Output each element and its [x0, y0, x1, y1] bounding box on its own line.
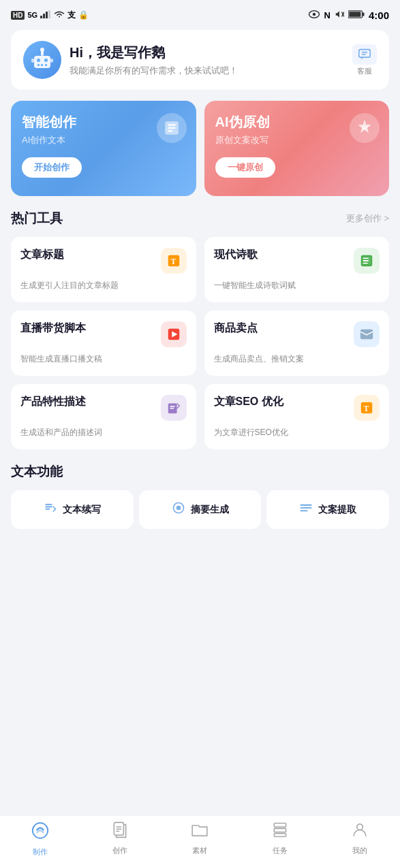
tool-seo-optimize-name: 文章SEO 优化 — [214, 395, 283, 409]
svg-rect-41 — [170, 408, 174, 408]
tool-article-title-name: 文章标题 — [20, 248, 64, 262]
svg-rect-11 — [34, 56, 50, 68]
main-content: Hi，我是写作鹅 我能满足你所有的写作需求，快来试试吧！ 客服 — [0, 30, 400, 600]
summary-item[interactable]: 摘要生成 — [139, 490, 262, 529]
customer-service-label: 客服 — [357, 66, 372, 76]
nav-profile-icon — [351, 821, 369, 843]
nav-material-label: 素材 — [192, 846, 207, 856]
hot-tools-header: 热门工具 更多创作 > — [11, 210, 389, 227]
battery-icon — [348, 10, 365, 20]
svg-rect-53 — [274, 823, 286, 826]
status-left-icons: HD 5G 支 🔒 — [11, 10, 89, 21]
tool-product-selling[interactable]: 商品卖点 生成商品卖点、推销文案 — [204, 310, 390, 376]
summary-label: 摘要生成 — [191, 504, 229, 516]
tool-article-title-icon: T — [161, 248, 187, 274]
tool-modern-poem-name: 现代诗歌 — [214, 248, 258, 262]
tool-seo-optimize-icon: T — [354, 395, 380, 421]
more-create-link[interactable]: 更多创作 > — [346, 212, 389, 225]
tool-product-desc[interactable]: 产品特性描述 生成适和产品的描述词 — [11, 384, 196, 449]
text-functions-title: 文本功能 — [11, 463, 63, 481]
nav-write-label: 创作 — [112, 846, 127, 856]
svg-rect-15 — [41, 64, 43, 66]
svg-rect-19 — [31, 59, 34, 63]
svg-rect-9 — [349, 12, 360, 17]
copywriting-item[interactable]: 文案提取 — [266, 490, 389, 529]
svg-rect-14 — [37, 64, 40, 66]
tool-modern-poem-icon — [354, 248, 380, 274]
tool-product-desc-icon — [161, 395, 187, 421]
svg-rect-40 — [170, 406, 174, 406]
text-func-items: 文本续写 摘要生成 — [11, 490, 389, 529]
nav-task-label: 任务 — [273, 846, 288, 856]
nav-write[interactable]: 创作 — [103, 821, 137, 857]
summary-icon — [172, 501, 185, 518]
tool-article-title[interactable]: 文章标题 T 生成更引人注目的文章标题 — [11, 237, 196, 302]
tool-modern-poem[interactable]: 现代诗歌 一键智能生成诗歌词赋 — [204, 237, 390, 302]
tool-seo-optimize[interactable]: 文章SEO 优化 T 为文章进行SEO优化 — [204, 384, 390, 449]
svg-rect-1 — [43, 14, 45, 18]
svg-rect-3 — [48, 10, 50, 18]
customer-service-button[interactable]: 客服 — [352, 44, 377, 76]
ai-original-icon: AI — [350, 113, 380, 143]
signal-5g: 5G — [27, 11, 37, 19]
svg-rect-35 — [369, 257, 371, 265]
svg-rect-54 — [274, 829, 286, 832]
svg-point-18 — [40, 48, 44, 52]
ai-original-button[interactable]: 一键原创 — [215, 157, 275, 178]
svg-rect-33 — [363, 260, 369, 261]
status-time: 4:00 — [369, 10, 389, 21]
tool-product-selling-name: 商品卖点 — [214, 321, 258, 336]
tool-modern-poem-desc: 一键智能生成诗歌词赋 — [214, 279, 380, 291]
nav-task[interactable]: 任务 — [263, 821, 297, 857]
nfc-icon: N — [324, 10, 330, 20]
svg-rect-10 — [363, 12, 365, 16]
smart-create-card[interactable]: 智能创作 AI创作文本 开始创作 — [11, 101, 196, 196]
svg-rect-12 — [37, 59, 40, 62]
nav-task-icon — [271, 821, 289, 843]
tool-live-script-desc: 智能生成直播口播文稿 — [20, 353, 187, 365]
tool-product-desc-name: 产品特性描述 — [20, 395, 86, 409]
greeting-subtitle: 我能满足你所有的写作需求，快来试试吧！ — [70, 65, 238, 77]
extra-icon: 🔒 — [78, 10, 89, 20]
smart-create-button[interactable]: 开始创作 — [22, 157, 82, 178]
tool-article-title-desc: 生成更引人注目的文章标题 — [20, 279, 187, 291]
nav-write-icon — [111, 821, 129, 843]
svg-text:AI: AI — [362, 125, 368, 131]
customer-service-icon — [352, 44, 377, 65]
svg-rect-55 — [274, 833, 286, 836]
svg-text:T: T — [170, 257, 176, 266]
status-right-icons: N 4:00 — [308, 10, 389, 21]
svg-rect-13 — [44, 59, 48, 62]
text-continue-item[interactable]: 文本续写 — [11, 490, 134, 529]
text-continue-label: 文本续写 — [63, 504, 101, 516]
copywriting-label: 文案提取 — [318, 504, 356, 516]
ai-original-card[interactable]: AI AI伪原创 原创文案改写 一键原创 — [204, 101, 390, 196]
tool-live-script[interactable]: 直播带货脚本 智能生成直播口播文稿 — [11, 310, 196, 376]
svg-rect-16 — [45, 64, 47, 66]
nav-create[interactable]: 制作 — [23, 821, 57, 857]
tool-product-selling-desc: 生成商品卖点、推销文案 — [214, 353, 380, 365]
header-left: Hi，我是写作鹅 我能满足你所有的写作需求，快来试试吧！ — [23, 41, 238, 79]
hot-tools-title: 热门工具 — [11, 210, 63, 227]
bottom-nav: 制作 创作 素材 任务 — [0, 815, 400, 868]
nav-create-icon — [31, 821, 50, 844]
hd-indicator: HD — [11, 11, 25, 20]
svg-point-45 — [176, 506, 181, 511]
nav-material[interactable]: 素材 — [183, 821, 217, 857]
svg-point-5 — [312, 12, 316, 16]
tool-product-desc-desc: 生成适和产品的描述词 — [20, 426, 187, 438]
svg-rect-38 — [360, 329, 373, 340]
mute-icon — [335, 10, 344, 21]
signal-bars-icon — [40, 10, 51, 20]
tool-live-script-name: 直播带货脚本 — [20, 321, 86, 336]
header-text: Hi，我是写作鹅 我能满足你所有的写作需求，快来试试吧！ — [70, 44, 238, 77]
greeting-title: Hi，我是写作鹅 — [70, 44, 238, 62]
svg-rect-21 — [359, 49, 370, 57]
text-functions-row: 文本续写 摘要生成 — [11, 490, 389, 529]
smart-create-icon — [157, 113, 187, 143]
svg-rect-34 — [363, 263, 368, 264]
nav-profile-label: 我的 — [352, 846, 367, 856]
svg-rect-20 — [50, 59, 53, 63]
nav-profile[interactable]: 我的 — [343, 821, 377, 857]
pay-icon: 支 — [67, 10, 76, 21]
